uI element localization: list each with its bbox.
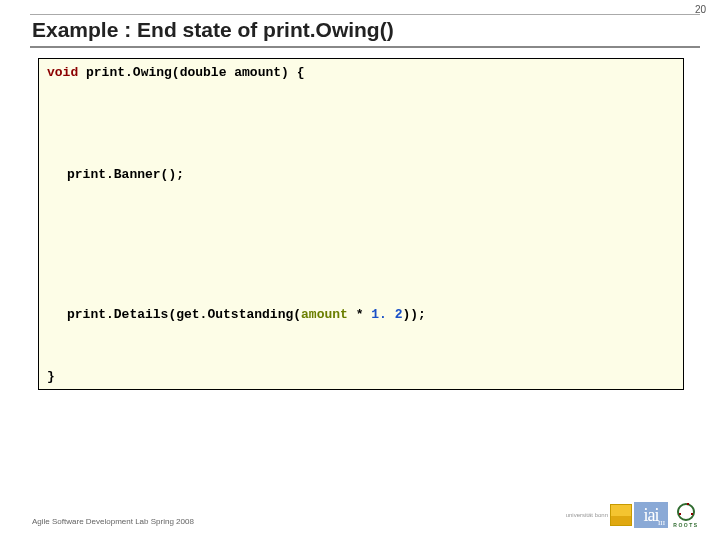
- code-content: void print.Owing(double amount) { print.…: [39, 59, 683, 389]
- roots-logo: ROOTS: [670, 502, 702, 528]
- code-line-2: print.Banner();: [67, 167, 184, 182]
- logo-group: universität bonn iai ROOTS: [566, 502, 702, 528]
- code-text: ));: [402, 307, 425, 322]
- code-box: void print.Owing(double amount) { print.…: [38, 58, 684, 390]
- roots-circle-icon: [677, 503, 695, 521]
- code-line-3: print.Details(get.Outstanding(amount * 1…: [67, 307, 426, 322]
- code-text: print.Owing(double amount) {: [78, 65, 304, 80]
- slide-title: Example : End state of print.Owing(): [32, 18, 394, 42]
- logo-bonn-text: universität bonn: [566, 512, 608, 518]
- code-text: *: [348, 307, 364, 322]
- slide: 20 Example : End state of print.Owing() …: [0, 0, 720, 540]
- iai-logo: iai: [634, 502, 668, 528]
- code-text: print.Details(get.Outstanding(: [67, 307, 301, 322]
- code-line-1: void print.Owing(double amount) {: [47, 65, 304, 80]
- footer-text: Agile Software Development Lab Spring 20…: [32, 517, 194, 526]
- roots-label: ROOTS: [673, 522, 698, 528]
- uni-bonn-logo: [610, 504, 632, 526]
- keyword-void: void: [47, 65, 78, 80]
- title-rule-top: [30, 14, 700, 15]
- code-line-4: }: [47, 369, 55, 384]
- code-number: 1. 2: [363, 307, 402, 322]
- code-param: amount: [301, 307, 348, 322]
- title-rule-bottom: [30, 46, 700, 48]
